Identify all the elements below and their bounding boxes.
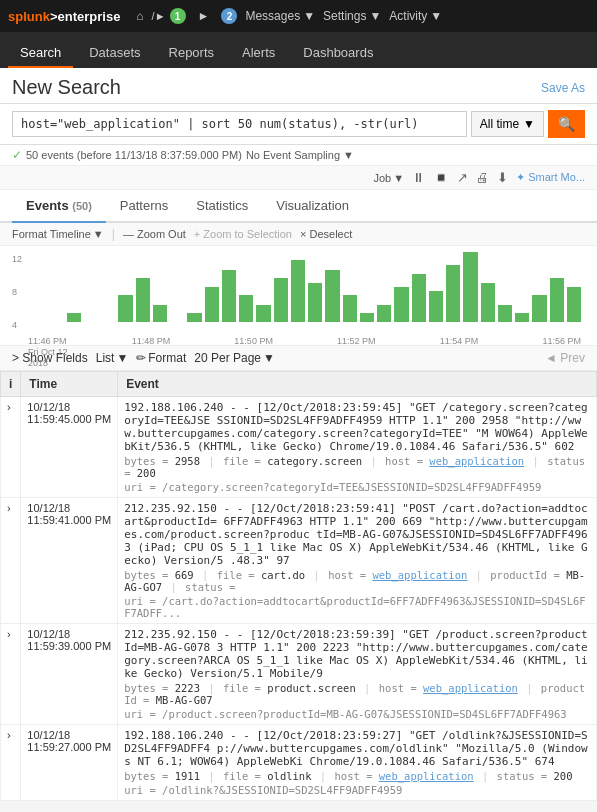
format-timeline-btn[interactable]: Format Timeline ▼ — [12, 228, 104, 240]
bar-17[interactable] — [308, 283, 322, 322]
bar-19[interactable] — [343, 295, 357, 322]
bar-18[interactable] — [325, 270, 339, 323]
events-count: 50 events (before 11/13/18 8:37:59.000 P… — [26, 149, 242, 161]
activity-link[interactable]: Activity ▼ — [389, 9, 442, 23]
x-label-1: 11:46 PM Fri Oct 12 2018 — [28, 336, 68, 368]
col-i: i — [1, 372, 21, 397]
results-table: i Time Event › 10/12/18 11:59:45.000 PM … — [0, 371, 597, 801]
top-nav: splunk>enterprise ⌂ /► 1 ► 2 Messages ▼ … — [0, 0, 597, 32]
bar-16[interactable] — [291, 260, 305, 322]
deselect-btn[interactable]: × Deselect — [300, 228, 352, 240]
event-cell-1: 192.188.106.240 - - [12/Oct/2018:23:59:4… — [118, 397, 597, 498]
x-label-5: 11:54 PM — [440, 336, 479, 368]
tab-datasets[interactable]: Datasets — [77, 39, 152, 68]
pause-icon[interactable]: ⏸ — [412, 170, 425, 185]
bar-26[interactable] — [463, 252, 477, 322]
tab-search[interactable]: Search — [8, 39, 73, 68]
event-cell-4: 192.188.106.240 - - [12/Oct/2018:23:59:2… — [118, 725, 597, 801]
bar-25[interactable] — [446, 265, 460, 322]
tab-reports[interactable]: Reports — [157, 39, 227, 68]
bar-12[interactable] — [222, 270, 236, 323]
code-icon[interactable]: /► — [148, 8, 170, 24]
search-bar-row: All time ▼ 🔍 — [12, 110, 585, 138]
bar-13[interactable] — [239, 295, 253, 322]
row-expander-1[interactable]: › — [1, 397, 21, 498]
tab-alerts[interactable]: Alerts — [230, 39, 287, 68]
bar-31[interactable] — [550, 278, 564, 322]
status-left: ✓ 50 events (before 11/13/18 8:37:59.000… — [12, 148, 354, 162]
bar-21[interactable] — [377, 305, 391, 323]
smart-mode-btn[interactable]: ✦ Smart Mo... — [516, 171, 585, 184]
bar-6[interactable] — [118, 295, 132, 322]
bar-8[interactable] — [153, 305, 167, 323]
event-cell-3: 212.235.92.150 - - [12/Oct/2018:23:59:39… — [118, 624, 597, 725]
row-expander-2[interactable]: › — [1, 498, 21, 624]
time-cell-4[interactable]: 10/12/18 11:59:27.000 PM — [21, 725, 118, 801]
print-icon[interactable]: 🖨 — [476, 170, 489, 185]
status-bar: ✓ 50 events (before 11/13/18 8:37:59.000… — [0, 145, 597, 166]
table-row: › 10/12/18 11:59:39.000 PM 212.235.92.15… — [1, 624, 597, 725]
chart-x-labels: 11:46 PM Fri Oct 12 2018 11:48 PM 11:50 … — [12, 334, 585, 370]
search-input[interactable] — [12, 111, 467, 137]
row-expander-3[interactable]: › — [1, 624, 21, 725]
export-icon[interactable]: ⬇ — [497, 170, 508, 185]
event-cell-2: 212.235.92.150 - - [12/Oct/2018:23:59:41… — [118, 498, 597, 624]
share-icon[interactable]: ↗ — [457, 170, 468, 185]
bar-30[interactable] — [532, 295, 546, 322]
col-time[interactable]: Time — [21, 372, 118, 397]
bar-22[interactable] — [394, 287, 408, 322]
x-label-4: 11:52 PM — [337, 336, 376, 368]
tab-dashboards[interactable]: Dashboards — [291, 39, 385, 68]
home-icon[interactable]: ⌂ — [132, 7, 147, 25]
bar-20[interactable] — [360, 313, 374, 322]
page-header: New Search Save As — [0, 68, 597, 104]
sampling-label[interactable]: No Event Sampling ▼ — [246, 149, 354, 161]
bar-29[interactable] — [515, 313, 529, 322]
tab-events[interactable]: Events (50) — [12, 190, 106, 223]
y-label-4: 4 — [12, 320, 28, 330]
bar-14[interactable] — [256, 305, 270, 323]
zoom-to-selection-btn[interactable]: + Zoom to Selection — [194, 228, 292, 240]
stop-icon[interactable]: ◾ — [433, 170, 449, 185]
bar-7[interactable] — [136, 278, 150, 322]
job-button[interactable]: Job ▼ — [373, 172, 404, 184]
timeline-toolbar: Format Timeline ▼ | — Zoom Out + Zoom to… — [0, 223, 597, 246]
search-button[interactable]: 🔍 — [548, 110, 585, 138]
messages-link[interactable]: Messages ▼ — [245, 9, 315, 23]
bar-11[interactable] — [205, 287, 219, 322]
second-nav: Search Datasets Reports Alerts Dashboard… — [0, 32, 597, 68]
zoom-out-btn[interactable]: — Zoom Out — [123, 228, 186, 240]
row-expander-4[interactable]: › — [1, 725, 21, 801]
bar-3[interactable] — [67, 313, 81, 322]
page-title: New Search — [12, 76, 121, 99]
bar-32[interactable] — [567, 287, 581, 322]
bar-10[interactable] — [187, 313, 201, 322]
time-cell-1[interactable]: 10/12/18 11:59:45.000 PM — [21, 397, 118, 498]
settings-link[interactable]: Settings ▼ — [323, 9, 381, 23]
bar-24[interactable] — [429, 291, 443, 322]
check-icon: ✓ — [12, 148, 22, 162]
timeline-sep-1: | — [112, 227, 115, 241]
tab-statistics[interactable]: Statistics — [182, 190, 262, 223]
tab-visualization[interactable]: Visualization — [262, 190, 363, 223]
bar-15[interactable] — [274, 278, 288, 322]
time-cell-2[interactable]: 10/12/18 11:59:41.000 PM — [21, 498, 118, 624]
x-label-6: 11:56 PM — [542, 336, 581, 368]
tab-patterns[interactable]: Patterns — [106, 190, 182, 223]
splunk-logo: splunk>enterprise — [8, 9, 120, 24]
badge-1[interactable]: 1 — [170, 8, 186, 24]
save-as-button[interactable]: Save As — [541, 81, 585, 95]
arrow-right-icon[interactable]: ► — [194, 7, 214, 25]
col-event[interactable]: Event — [118, 372, 597, 397]
job-toolbar: Job ▼ ⏸ ◾ ↗ 🖨 ⬇ ✦ Smart Mo... — [0, 166, 597, 190]
badge-2[interactable]: 2 — [221, 8, 237, 24]
chart-bars — [28, 252, 585, 322]
y-label-8: 8 — [12, 287, 28, 297]
bar-28[interactable] — [498, 305, 512, 323]
bar-27[interactable] — [481, 283, 495, 322]
time-range-dropdown[interactable]: All time ▼ — [471, 111, 544, 137]
bar-23[interactable] — [412, 274, 426, 322]
table-row: › 10/12/18 11:59:27.000 PM 192.188.106.2… — [1, 725, 597, 801]
chart-y-axis: 12 8 4 — [12, 252, 28, 332]
time-cell-3[interactable]: 10/12/18 11:59:39.000 PM — [21, 624, 118, 725]
